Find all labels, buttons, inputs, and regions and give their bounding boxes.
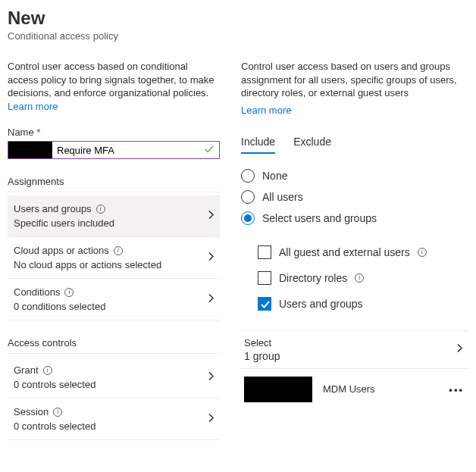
chevron-right-icon — [208, 293, 215, 306]
page-subtitle: Conditional access policy — [8, 30, 468, 42]
checkbox-icon — [258, 245, 271, 259]
radio-select-users-groups[interactable]: Select users and groups — [241, 208, 468, 229]
info-icon[interactable]: i — [64, 288, 74, 297]
select-label: Select — [244, 337, 465, 349]
name-input-wrap — [8, 141, 220, 159]
info-icon[interactable]: i — [53, 408, 62, 417]
policy-name-input[interactable] — [52, 142, 204, 158]
checkbox-guest-label: All guest and external users — [279, 246, 410, 258]
chevron-right-icon — [456, 343, 464, 356]
row-cloud-apps-sub: No cloud apps or actions selected — [14, 259, 215, 270]
group-avatar-redacted — [244, 377, 312, 402]
learn-more-link-left[interactable]: Learn more — [8, 101, 58, 112]
name-label: Name * — [8, 127, 220, 138]
row-cloud-apps-title: Cloud apps or actions — [14, 245, 109, 256]
selected-group-name: MDM Users — [323, 383, 375, 395]
radio-select-label: Select users and groups — [262, 212, 377, 224]
select-value: 1 group — [244, 350, 465, 362]
page-title: New — [8, 8, 468, 29]
row-grant[interactable]: Grant i 0 controls selected — [8, 357, 220, 399]
assignments-header: Assignments — [8, 176, 220, 192]
checkbox-directory-roles[interactable]: Directory roles i — [258, 265, 468, 291]
selected-group-row: MDM Users ••• — [241, 369, 468, 410]
select-group-block[interactable]: Select 1 group — [241, 330, 468, 369]
info-icon[interactable]: i — [114, 246, 123, 255]
info-icon[interactable]: i — [355, 274, 364, 283]
row-users-groups[interactable]: Users and groups i Specific users includ… — [8, 195, 220, 237]
chevron-right-icon — [208, 413, 215, 426]
more-actions-icon[interactable]: ••• — [449, 383, 464, 395]
checkbox-icon — [258, 271, 271, 285]
tab-exclude[interactable]: Exclude — [293, 131, 331, 154]
row-users-groups-sub: Specific users included — [14, 217, 215, 229]
include-exclude-tabs: Include Exclude — [241, 131, 468, 155]
left-column: Control user access based on conditional… — [8, 60, 220, 440]
checkbox-usersgroups-label: Users and groups — [279, 298, 363, 310]
left-intro-text: Control user access based on conditional… — [8, 61, 214, 98]
learn-more-link-right[interactable]: Learn more — [241, 105, 291, 116]
name-prefix-redacted — [8, 142, 52, 158]
check-icon — [204, 144, 219, 157]
radio-all-users[interactable]: All users — [241, 186, 468, 208]
radio-none[interactable]: None — [241, 165, 468, 186]
chevron-right-icon — [208, 371, 215, 384]
row-session-sub: 0 controls selected — [14, 420, 215, 432]
access-controls-header: Access controls — [8, 337, 220, 354]
tab-include[interactable]: Include — [241, 131, 275, 154]
chevron-right-icon — [208, 252, 215, 264]
radio-icon — [241, 211, 255, 225]
row-cloud-apps[interactable]: Cloud apps or actions i No cloud apps or… — [8, 237, 220, 279]
info-icon[interactable]: i — [43, 366, 52, 375]
checkbox-dirroles-label: Directory roles — [279, 272, 347, 284]
row-session[interactable]: Session i 0 controls selected — [8, 399, 220, 440]
radio-icon — [241, 190, 255, 204]
row-conditions-sub: 0 conditions selected — [14, 301, 215, 312]
row-conditions-title: Conditions — [14, 286, 60, 298]
required-asterisk: * — [36, 127, 40, 138]
checkbox-users-groups[interactable]: Users and groups — [258, 291, 468, 317]
radio-none-label: None — [262, 170, 287, 182]
select-scope-checkboxes: All guest and external users i Directory… — [258, 239, 468, 317]
row-grant-sub: 0 controls selected — [14, 379, 215, 390]
left-intro: Control user access based on conditional… — [8, 60, 220, 113]
info-icon[interactable]: i — [418, 248, 427, 257]
user-scope-radios: None All users Select users and groups — [241, 165, 468, 229]
chevron-right-icon — [208, 210, 215, 223]
checkbox-icon — [258, 297, 271, 311]
right-intro-text: Control user access based on users and g… — [241, 61, 457, 98]
radio-all-users-label: All users — [262, 191, 303, 203]
row-conditions[interactable]: Conditions i 0 conditions selected — [8, 279, 220, 320]
right-column: Control user access based on users and g… — [241, 60, 468, 440]
row-grant-title: Grant — [14, 364, 39, 376]
row-users-groups-title: Users and groups — [14, 203, 92, 214]
radio-icon — [241, 169, 255, 183]
info-icon[interactable]: i — [96, 205, 105, 214]
right-intro: Control user access based on users and g… — [241, 60, 468, 100]
row-session-title: Session — [14, 406, 49, 417]
checkbox-guest-users[interactable]: All guest and external users i — [258, 239, 468, 265]
